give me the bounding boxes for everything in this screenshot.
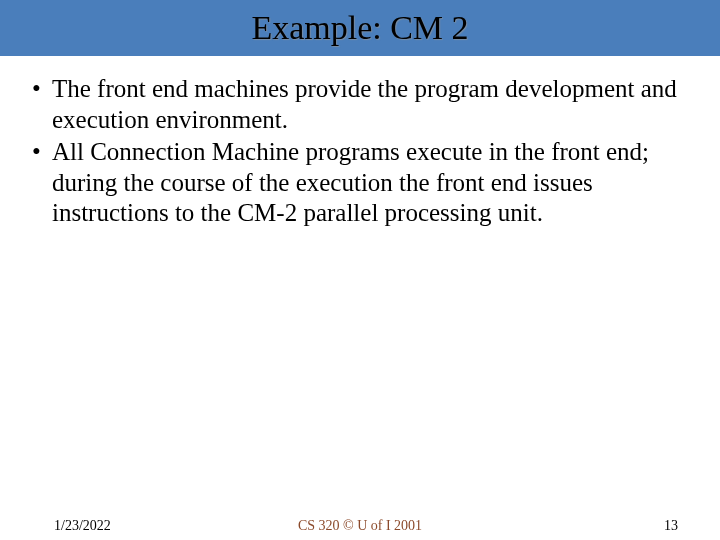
slide-content: The front end machines provide the progr… bbox=[0, 56, 720, 229]
bullet-list: The front end machines provide the progr… bbox=[28, 74, 692, 229]
footer-date: 1/23/2022 bbox=[54, 518, 111, 534]
bullet-item: The front end machines provide the progr… bbox=[28, 74, 692, 135]
footer-copyright: CS 320 © U of I 2001 bbox=[298, 518, 422, 534]
bullet-item: All Connection Machine programs execute … bbox=[28, 137, 692, 229]
title-bar: Example: CM 2 bbox=[0, 0, 720, 56]
slide-title: Example: CM 2 bbox=[251, 9, 468, 47]
footer-page-number: 13 bbox=[664, 518, 678, 534]
